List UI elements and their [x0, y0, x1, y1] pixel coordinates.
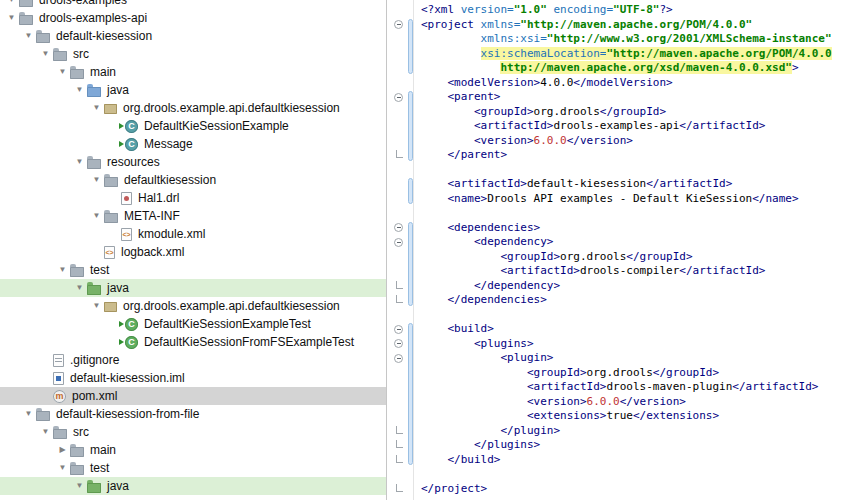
tree-item-label: Message [143, 137, 193, 151]
code-token [421, 438, 474, 451]
tree-row[interactable]: ▼drools-examples-api [0, 9, 386, 27]
tree-row[interactable]: ▶main [0, 441, 386, 459]
chevron-down-icon[interactable]: ▼ [55, 63, 70, 81]
folder-source-icon [87, 87, 101, 97]
chevron-down-icon[interactable]: ▼ [89, 99, 104, 117]
tree-row[interactable]: ▼java [0, 279, 386, 297]
code-line: <artifactId>drools-examples-api</artifac… [421, 119, 845, 134]
code-line: http://maven.apache.org/xsd/maven-4.0.0.… [421, 61, 845, 76]
tree-row[interactable]: default-kiesession.iml [0, 369, 386, 387]
fold-collapse-icon[interactable] [394, 325, 403, 334]
chevron-right-icon[interactable]: ▶ [55, 441, 70, 459]
tree-row[interactable]: Hal1.drl [0, 189, 386, 207]
tree-row[interactable]: ▼drools-examples [0, 0, 386, 9]
fold-end-icon[interactable] [396, 150, 403, 158]
code-token: <name> [448, 192, 488, 205]
chevron-down-icon[interactable]: ▼ [38, 45, 53, 63]
code-token [421, 395, 527, 408]
code-token [421, 134, 474, 147]
code-token: </artifactId> [732, 380, 818, 393]
chevron-down-icon[interactable]: ▼ [21, 405, 36, 423]
code-token: xmlns= [481, 18, 521, 31]
tree-row[interactable]: CDefaultKieSessionFromFSExampleTest [0, 333, 386, 351]
code-token: xsi:schemaLocation= [481, 47, 607, 60]
tree-row[interactable]: ▼main [0, 63, 386, 81]
code-token [421, 90, 448, 103]
fold-end-icon[interactable] [396, 281, 403, 289]
folder-icon [70, 69, 84, 79]
editor-pane[interactable]: <?xml version="1.0" encoding="UTF-8"?><p… [387, 0, 845, 500]
code-line: <plugins> [421, 337, 845, 352]
tree-row[interactable]: ▼resources [0, 153, 386, 171]
file-xml-icon [104, 246, 115, 259]
code-token: org.drools [560, 250, 626, 263]
tree-row[interactable]: kmodule.xml [0, 225, 386, 243]
chevron-down-icon[interactable]: ▼ [89, 171, 104, 189]
fold-collapse-icon[interactable] [394, 93, 403, 102]
chevron-down-icon[interactable]: ▼ [55, 459, 70, 477]
chevron-down-icon[interactable]: ▼ [55, 261, 70, 279]
tree-row[interactable]: ▼java [0, 477, 386, 495]
chevron-down-icon[interactable]: ▼ [72, 153, 87, 171]
chevron-down-icon[interactable]: ▼ [4, 9, 19, 27]
chevron-down-icon[interactable]: ▼ [38, 423, 53, 441]
fold-collapse-icon[interactable] [394, 354, 403, 363]
fold-collapse-icon[interactable] [394, 20, 403, 29]
chevron-down-icon[interactable]: ▼ [4, 0, 19, 9]
tree-item-label: main [89, 443, 116, 457]
tree-row[interactable]: ▼src [0, 45, 386, 63]
tree-item-label: DefaultKieSessionExampleTest [143, 317, 311, 331]
fold-end-icon[interactable] [396, 295, 403, 303]
tree-row[interactable]: ▼src [0, 423, 386, 441]
tree-row[interactable]: CMessage [0, 135, 386, 153]
code-token [421, 453, 448, 466]
tree-row[interactable]: ▼default-kiesession-from-file [0, 405, 386, 423]
code-line: </dependency> [421, 279, 845, 294]
fold-end-icon[interactable] [396, 484, 403, 492]
code-token: <dependency> [474, 235, 553, 248]
code-line: </dependencies> [421, 293, 845, 308]
tree-row[interactable]: mpom.xml [0, 387, 386, 405]
code-line: <name>Drools API examples - Default KieS… [421, 192, 845, 207]
tree-row[interactable]: ▼org.drools.example.api.defaultkiesessio… [0, 297, 386, 315]
tree-row[interactable]: CDefaultKieSessionExample [0, 117, 386, 135]
tree-row[interactable]: ▼default-kiesession [0, 27, 386, 45]
fold-collapse-icon[interactable] [394, 223, 403, 232]
fold-collapse-icon[interactable] [394, 339, 403, 348]
tree-row[interactable]: ▼test [0, 261, 386, 279]
code-token [421, 250, 500, 263]
code-token: drools-maven-plugin [606, 380, 732, 393]
code-token: drools-compiler [580, 264, 679, 277]
code-token: <plugins> [474, 337, 534, 350]
tree-item-label: defaultkiesession [123, 173, 216, 187]
chevron-down-icon[interactable]: ▼ [21, 27, 36, 45]
code-token: "1.0" [514, 3, 547, 16]
code-editor[interactable]: <?xml version="1.0" encoding="UTF-8"?><p… [414, 0, 845, 500]
tree-row[interactable]: ▼defaultkiesession [0, 171, 386, 189]
code-token: </project> [421, 482, 487, 495]
fold-end-icon[interactable] [396, 426, 403, 434]
code-token: </groupId> [600, 105, 666, 118]
code-token [421, 424, 500, 437]
tree-row[interactable]: ▼org.drools.example.api.defaultkiesessio… [0, 99, 386, 117]
chevron-down-icon[interactable]: ▼ [72, 477, 87, 495]
tree-item-label: main [89, 65, 116, 79]
tree-row[interactable]: ▼java [0, 81, 386, 99]
tree-row[interactable]: ▼test [0, 459, 386, 477]
tree-row[interactable]: logback.xml [0, 243, 386, 261]
code-token: org.drools [534, 105, 600, 118]
tree-item-label: src [72, 47, 89, 61]
tree-row[interactable]: CDefaultKieSessionExampleTest [0, 315, 386, 333]
code-token: </modelVersion> [573, 76, 672, 89]
project-tree[interactable]: ▼drools-examples▼drools-examples-api▼def… [0, 0, 386, 495]
chevron-down-icon[interactable]: ▼ [89, 297, 104, 315]
fold-collapse-icon[interactable] [394, 238, 403, 247]
chevron-down-icon[interactable]: ▼ [89, 207, 104, 225]
code-token: </version> [620, 395, 686, 408]
chevron-down-icon[interactable]: ▼ [72, 81, 87, 99]
tree-row[interactable]: .gitignore [0, 351, 386, 369]
chevron-down-icon[interactable]: ▼ [72, 279, 87, 297]
tree-row[interactable]: ▼META-INF [0, 207, 386, 225]
fold-end-icon[interactable] [396, 440, 403, 448]
fold-end-icon[interactable] [396, 455, 403, 463]
